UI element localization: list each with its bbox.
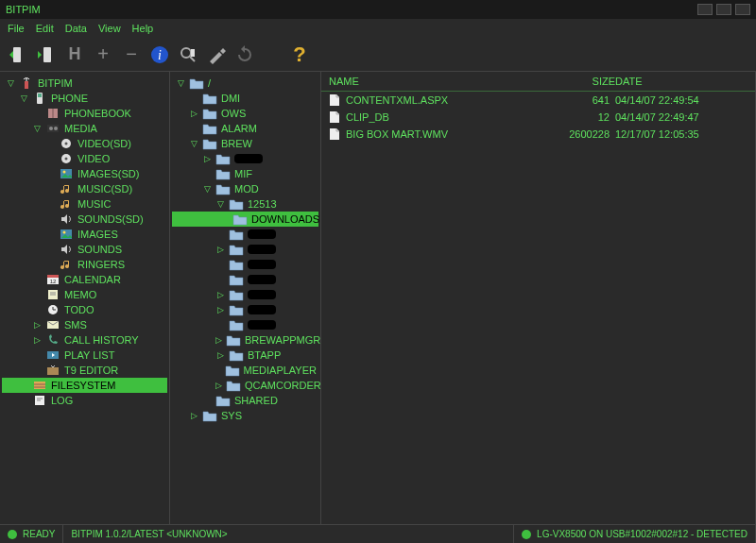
nav-node[interactable]: MUSIC [2,196,167,212]
nav-node[interactable]: 12CALENDAR [2,272,167,287]
fs-node[interactable]: DOWNLOADS [172,212,318,227]
nav-node[interactable]: ▽BITPIM [2,76,167,91]
expander-icon[interactable]: ▽ [19,93,28,103]
fs-node[interactable]: ▷ [172,302,318,317]
file-row[interactable]: CONTENTXML.ASPX64104/14/07 22:49:54 [321,92,755,109]
file-row[interactable]: BIG BOX MART.WMV260022812/17/07 12:05:35 [321,126,755,143]
nav-node[interactable]: IMAGES(SD) [2,166,167,181]
expander-icon[interactable]: ▽ [189,139,198,148]
fs-node[interactable] [172,257,318,272]
status-right: LG-VX8500 ON USB#1002#002#12 - DETECTED [514,525,756,543]
expander-icon[interactable]: ▽ [215,199,225,209]
media-icon [45,122,60,135]
expander-icon[interactable]: ▷ [32,320,42,330]
menu-edit[interactable]: Edit [36,23,54,34]
col-header-size[interactable]: SIZE [558,76,615,87]
fs-node[interactable]: ▽12513 [172,196,318,212]
expander-icon[interactable]: ▷ [215,381,222,390]
toolbar-remove[interactable]: − [121,44,142,65]
toolbar-refresh[interactable] [234,44,255,65]
nav-node[interactable]: MUSIC(SD) [2,181,167,196]
fs-node[interactable]: MIF [172,166,318,181]
nav-label: PLAY LIST [64,349,114,361]
expander-icon[interactable]: ▷ [215,350,225,360]
fs-node[interactable]: ▷BREWAPPMGR [172,332,318,348]
fs-node[interactable]: ▷QCAMCORDER [172,378,318,393]
nav-node[interactable]: FILESYSTEM [2,378,167,393]
fs-node[interactable] [172,227,318,242]
fs-node[interactable]: DMI [172,91,318,106]
nav-node[interactable]: PLAY LIST [2,348,167,363]
fs-node[interactable]: ▷OWS [172,106,318,121]
svg-text:i: i [158,48,162,62]
expander-icon[interactable]: ▷ [189,411,198,420]
folder-icon [229,258,244,271]
fs-node[interactable]: ALARM [172,121,318,136]
fs-node[interactable]: ▷SYS [172,408,318,423]
maximize-button[interactable] [716,4,731,15]
expander-icon[interactable]: ▷ [215,290,225,299]
nav-node[interactable]: RINGERS [2,257,167,272]
fs-node[interactable]: ▷ [172,151,318,166]
menu-file[interactable]: File [8,23,25,34]
fs-node[interactable]: SHARED [172,393,318,408]
fs-node[interactable]: ▷ [172,242,318,257]
nav-node[interactable]: MEMO [2,287,167,302]
nav-node[interactable]: LOG [2,393,167,408]
col-header-name[interactable]: NAME [329,76,558,87]
svg-rect-35 [47,367,59,375]
fs-node[interactable]: MEDIAPLAYER [172,363,318,378]
fs-node[interactable] [172,272,318,287]
fs-label: MEDIAPLAYER [244,365,317,376]
expander-icon[interactable]: ▽ [202,184,212,194]
expander-icon[interactable]: ▷ [32,335,42,345]
expander-icon[interactable]: ▷ [189,109,198,118]
expander-icon[interactable]: ▽ [176,78,185,88]
fs-node[interactable] [172,317,318,332]
nav-node[interactable]: SOUNDS [2,242,167,257]
nav-label: IMAGES(SD) [77,168,139,179]
nav-node[interactable]: TODO [2,302,167,317]
expander-icon[interactable]: ▽ [32,124,42,133]
nav-node[interactable]: IMAGES [2,227,167,242]
fs-node[interactable]: ▷ [172,287,318,302]
nav-node[interactable]: ▷CALL HISTORY [2,332,167,348]
fs-node[interactable]: ▽BREW [172,136,318,151]
expander-icon[interactable]: ▽ [6,78,15,88]
toolbar-add[interactable]: + [93,44,113,65]
fs-node[interactable]: ▷BTAPP [172,348,318,363]
expander-icon[interactable]: ▷ [215,305,225,314]
close-button[interactable] [735,4,750,15]
col-header-date[interactable]: DATE [615,76,747,87]
toolbar-history[interactable]: H [64,44,85,65]
nav-node[interactable]: SOUNDS(SD) [2,212,167,227]
fs-node[interactable]: ▽MOD [172,181,318,196]
folder-icon [226,379,241,392]
toolbar-get-from-phone[interactable] [36,44,57,65]
toolbar-send-to-phone[interactable] [8,44,28,65]
nav-node[interactable]: ▽MEDIA [2,121,167,136]
expander-icon[interactable]: ▷ [215,245,225,254]
toolbar-info[interactable]: i [149,44,170,65]
nav-node[interactable]: T9 EDITOR [2,363,167,378]
fs-label: BTAPP [248,349,281,361]
fs-node[interactable]: ▽/ [172,76,318,91]
menu-data[interactable]: Data [65,23,87,34]
nav-label: SMS [64,319,87,331]
nav-label: MEDIA [64,123,97,134]
nav-node[interactable]: PHONEBOOK [2,106,167,121]
menu-help[interactable]: Help [132,23,154,34]
toolbar-settings[interactable] [206,44,227,65]
expander-icon[interactable]: ▷ [215,335,222,345]
nav-node[interactable]: VIDEO [2,151,167,166]
nav-node[interactable]: VIDEO(SD) [2,136,167,151]
expander-icon[interactable]: ▷ [202,154,212,163]
toolbar-search[interactable] [178,44,198,65]
file-row[interactable]: CLIP_DB1204/14/07 22:49:47 [321,109,755,126]
nav-node[interactable]: ▽PHONE [2,91,167,106]
toolbar-help[interactable]: ? [289,44,310,65]
nav-node[interactable]: ▷SMS [2,317,167,332]
menu-view[interactable]: View [98,23,121,34]
folder-icon [215,167,231,180]
minimize-button[interactable] [697,4,713,15]
